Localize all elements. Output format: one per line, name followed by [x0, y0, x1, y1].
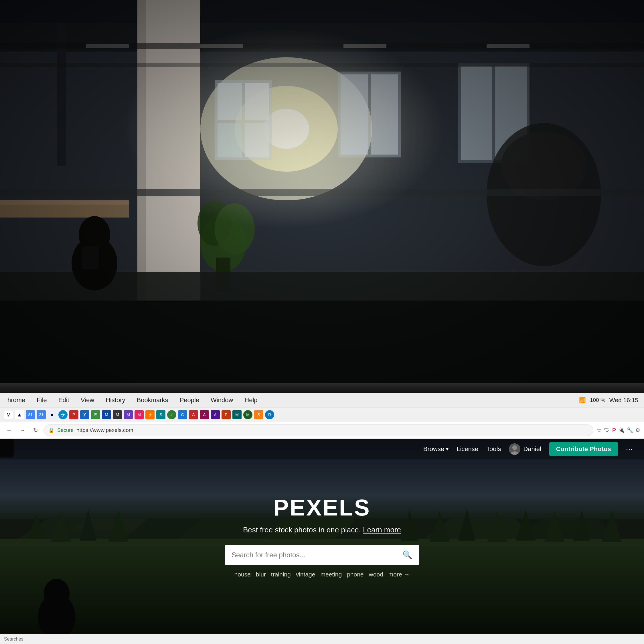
license-link[interactable]: License	[457, 445, 478, 453]
website-content: Browse ▾ License Tools Dani	[0, 439, 644, 634]
ext15-icon[interactable]: A	[211, 410, 220, 419]
menu-edit[interactable]: Edit	[57, 395, 71, 405]
svg-rect-42	[0, 0, 644, 399]
tag-house[interactable]: house	[234, 571, 251, 578]
contribute-photos-button[interactable]: Contribute Photos	[549, 442, 618, 456]
tag-meeting[interactable]: meeting	[320, 571, 342, 578]
mac-menubar: hrome File Edit View History Bookmarks P…	[0, 393, 644, 408]
wifi-icon: 📶	[579, 397, 586, 404]
secure-icon: 🔒	[48, 427, 54, 433]
hero-subtitle: Best free stock photos in one place. Lea…	[199, 526, 445, 534]
ext4-icon[interactable]: E	[91, 410, 100, 419]
google-drive-icon[interactable]: ▲	[15, 410, 24, 419]
system-icons: 📶 100 % Wed 16:15	[579, 397, 638, 404]
pexels-hero: PEXELS Best free stock photos in one pla…	[0, 439, 644, 634]
search-input[interactable]	[232, 551, 398, 559]
status-bar: Searches	[0, 634, 644, 644]
menu-window[interactable]: Window	[209, 395, 235, 405]
ext16-icon[interactable]: P	[222, 410, 231, 419]
tag-blur[interactable]: blur	[256, 571, 266, 578]
status-text: Searches	[4, 637, 23, 642]
ext1-icon[interactable]: ●	[48, 410, 57, 419]
gmail-icon[interactable]: M	[4, 410, 13, 419]
user-name: Daniel	[523, 445, 541, 453]
hero-content: PEXELS Best free stock photos in one pla…	[199, 495, 445, 578]
clock: Wed 16:15	[609, 397, 638, 404]
forward-button[interactable]: →	[17, 425, 27, 435]
ext20-icon[interactable]: R	[265, 410, 274, 419]
ext11-icon[interactable]: ✓	[167, 410, 176, 419]
bookmark-star-icon[interactable]: ☆	[596, 426, 602, 434]
ext13-icon[interactable]: A	[189, 410, 198, 419]
ext18-icon[interactable]: M	[243, 410, 252, 419]
menu-view[interactable]: View	[79, 395, 96, 405]
tools-link[interactable]: Tools	[486, 445, 501, 453]
address-right-icons: ☆ 🛡 P 🔌 🔧 ⚙	[596, 426, 640, 434]
ext3-icon[interactable]: Y	[80, 410, 89, 419]
tag-wood[interactable]: wood	[369, 571, 383, 578]
url-text: https://www.pexels.com	[76, 427, 133, 433]
pexels-nav: Browse ▾ License Tools Dani	[0, 439, 644, 459]
back-button[interactable]: ←	[4, 425, 14, 435]
search-bar[interactable]: 🔍	[225, 545, 419, 565]
pinterest-icon[interactable]: P	[612, 427, 616, 434]
ext7-icon[interactable]: M	[124, 410, 133, 419]
ext10-icon[interactable]: S	[156, 410, 165, 419]
ext8-icon[interactable]: M	[135, 410, 144, 419]
battery-icon: 100 %	[590, 397, 605, 403]
menu-history[interactable]: History	[104, 395, 127, 405]
nav-right: Browse ▾ License Tools Dani	[423, 442, 633, 456]
app-name[interactable]: hrome	[6, 395, 27, 405]
ext6-icon[interactable]: M	[113, 410, 122, 419]
tag-vintage[interactable]: vintage	[296, 571, 315, 578]
pexels-logo: PEXELS	[199, 495, 445, 521]
url-bar[interactable]: 🔒 Secure https://www.pexels.com	[44, 424, 593, 436]
calendar2-icon[interactable]: 31	[37, 410, 46, 419]
menu-help[interactable]: Help	[243, 395, 259, 405]
ext5-icon[interactable]: M	[102, 410, 111, 419]
menu-people[interactable]: People	[178, 395, 201, 405]
ext2-icon[interactable]: P	[69, 410, 78, 419]
refresh-button[interactable]: ↻	[30, 425, 41, 435]
extension-icon-3[interactable]: ⚙	[635, 427, 640, 433]
more-options-icon[interactable]: ···	[626, 445, 633, 454]
browse-link[interactable]: Browse ▾	[423, 445, 449, 453]
secure-label: Secure	[57, 427, 74, 433]
ext14-icon[interactable]: A	[200, 410, 209, 419]
tag-phone[interactable]: phone	[347, 571, 364, 578]
extensions-strip: M ▲ 31 31 ● ✈ P Y E M M M M ⚡ S ✓ G A A …	[0, 408, 644, 422]
calendar-icon[interactable]: 31	[26, 410, 35, 419]
user-avatar[interactable]	[509, 443, 520, 455]
menu-file[interactable]: File	[35, 395, 48, 405]
user-section: Daniel	[509, 443, 541, 455]
search-tags: house blur training vintage meeting phon…	[199, 571, 445, 578]
ext19-icon[interactable]: S	[254, 410, 263, 419]
browser-window: hrome File Edit View History Bookmarks P…	[0, 393, 644, 644]
browse-chevron-icon: ▾	[446, 446, 449, 452]
svg-point-74	[512, 445, 517, 450]
search-icon[interactable]: 🔍	[402, 550, 412, 560]
tag-training[interactable]: training	[271, 571, 291, 578]
ext17-icon[interactable]: M	[232, 410, 242, 419]
ext12-icon[interactable]: G	[178, 410, 187, 419]
shield-icon[interactable]: 🛡	[604, 427, 610, 434]
telegram-icon[interactable]: ✈	[58, 410, 68, 419]
address-bar: ← → ↻ 🔒 Secure https://www.pexels.com ☆ …	[0, 422, 644, 439]
extension-icon-2[interactable]: 🔧	[627, 427, 633, 433]
tag-more[interactable]: more →	[388, 571, 410, 578]
learn-more-link[interactable]: Learn more	[363, 526, 401, 534]
menu-bookmarks[interactable]: Bookmarks	[135, 395, 170, 405]
extension-icon-1[interactable]: 🔌	[618, 427, 625, 433]
ext9-icon[interactable]: ⚡	[145, 410, 155, 419]
